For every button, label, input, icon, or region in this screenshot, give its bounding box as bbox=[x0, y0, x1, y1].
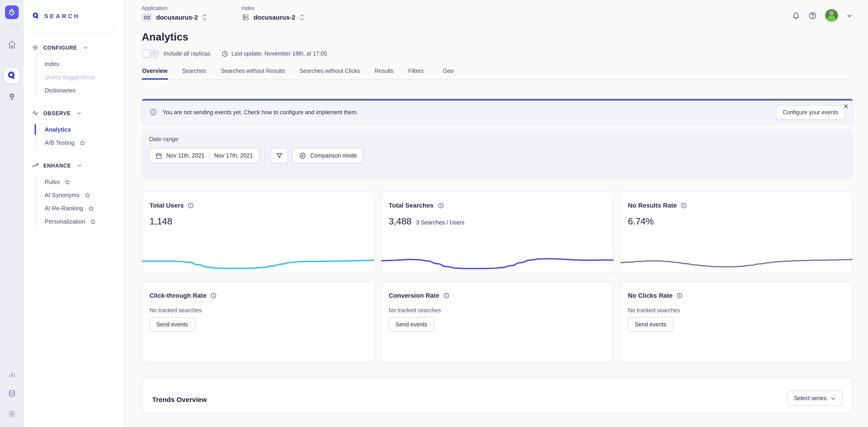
total-users-card: Total Users 1,148 bbox=[142, 191, 375, 274]
info-icon[interactable] bbox=[210, 292, 217, 299]
click-through-rate-card: Click-through Rate No tracked searches S… bbox=[142, 281, 375, 363]
help-icon[interactable] bbox=[808, 11, 817, 20]
search-logo-icon bbox=[32, 12, 40, 20]
send-events-button[interactable]: Send events bbox=[389, 317, 434, 332]
star-icon bbox=[84, 192, 90, 198]
sidebar-section-observe: OBSERVE Analytics A/B Testing bbox=[32, 110, 117, 150]
total-searches-sparkline bbox=[381, 242, 613, 271]
chevron-down-icon bbox=[76, 163, 83, 168]
tab-searches-without-results[interactable]: Searches without Results bbox=[220, 66, 285, 79]
account-chevron-down-icon[interactable] bbox=[846, 12, 853, 19]
sidebar-item-dictionaries[interactable]: Dictionaries bbox=[35, 84, 117, 97]
sidebar-item-rules[interactable]: Rules bbox=[35, 175, 117, 189]
sidebar-logo: SEARCH bbox=[32, 0, 117, 32]
sidebar-item-query-suggestions[interactable]: Query Suggestions bbox=[35, 71, 117, 84]
timer-logo-icon[interactable] bbox=[5, 5, 19, 19]
filter-funnel-button[interactable] bbox=[271, 148, 288, 163]
activity-icon bbox=[32, 110, 39, 117]
card-title: No Results Rate bbox=[628, 202, 677, 209]
tab-overview[interactable]: Overview bbox=[142, 66, 168, 79]
application-badge: D2 bbox=[142, 13, 152, 22]
include-replicas-toggle[interactable]: ✕ bbox=[142, 49, 159, 58]
total-searches-card: Total Searches 3,488 3 Searches / Users bbox=[381, 191, 614, 274]
application-select[interactable]: D2 docusaurus-2 bbox=[142, 13, 208, 22]
star-icon bbox=[64, 179, 71, 185]
conversion-rate-card: Conversion Rate No tracked searches Send… bbox=[381, 281, 614, 363]
info-icon[interactable] bbox=[437, 202, 444, 209]
star-icon bbox=[90, 218, 96, 225]
home-icon[interactable] bbox=[5, 38, 19, 52]
comparison-mode-button[interactable]: Comparison mode bbox=[292, 148, 363, 163]
card-title: Conversion Rate bbox=[389, 292, 439, 299]
application-label: Application bbox=[142, 5, 208, 11]
sidebar: SEARCH CONFIGURE Index Query Suggestions… bbox=[24, 0, 125, 427]
select-series-button[interactable]: Select series bbox=[787, 391, 842, 406]
chevron-down-icon bbox=[83, 44, 89, 51]
trends-title: Trends Overview bbox=[152, 395, 207, 403]
card-title: Total Searches bbox=[389, 202, 434, 209]
chevron-down-icon bbox=[76, 110, 82, 116]
tab-searches[interactable]: Searches bbox=[182, 66, 207, 79]
section-enhance-header[interactable]: ENHANCE bbox=[32, 162, 117, 169]
analytics-tabs: Overview Searches Searches without Resul… bbox=[142, 66, 853, 80]
comparison-mode-label: Comparison mode bbox=[310, 153, 357, 159]
sidebar-item-ai-synonyms[interactable]: AI Synonyms bbox=[35, 189, 117, 202]
date-from: Nov 11th, 2021 bbox=[166, 153, 205, 159]
configure-events-button[interactable]: Configure your events bbox=[776, 105, 845, 120]
date-range-label: Date range bbox=[149, 136, 846, 142]
sidebar-item-index[interactable]: Index bbox=[35, 57, 117, 71]
section-observe-header[interactable]: OBSERVE bbox=[32, 110, 117, 117]
notifications-bell-icon[interactable] bbox=[792, 11, 800, 20]
application-value: docusaurus-2 bbox=[156, 14, 198, 21]
database-icon[interactable] bbox=[5, 387, 19, 401]
card-title: Total Users bbox=[150, 202, 184, 209]
date-range-button[interactable]: Nov 11th, 2021 | Nov 17th, 2021 bbox=[149, 148, 259, 163]
date-to: Nov 17th, 2021 bbox=[214, 153, 253, 159]
sidebar-item-ai-reranking[interactable]: AI Re-Ranking bbox=[35, 202, 117, 215]
icon-rail bbox=[0, 0, 24, 427]
section-configure-header[interactable]: CONFIGURE bbox=[32, 44, 117, 51]
info-icon[interactable] bbox=[187, 202, 194, 209]
total-users-value: 1,148 bbox=[150, 216, 172, 227]
no-results-rate-sparkline bbox=[621, 242, 852, 271]
search-product-icon[interactable] bbox=[4, 68, 20, 83]
no-results-rate-value: 6.74% bbox=[628, 216, 654, 227]
total-users-sparkline bbox=[142, 242, 374, 271]
bar-chart-icon[interactable] bbox=[5, 367, 19, 381]
index-label: Index bbox=[242, 5, 306, 11]
application-selector: Application D2 docusaurus-2 bbox=[142, 5, 208, 22]
tab-filters[interactable]: Filters bbox=[408, 66, 424, 79]
last-update: Last update: November 18th, at 17:05 bbox=[221, 50, 327, 57]
filter-divider bbox=[265, 149, 265, 163]
calendar-icon bbox=[155, 152, 162, 159]
index-select[interactable]: docusaurus-2 bbox=[242, 13, 306, 22]
banner-close-icon[interactable]: ✕ bbox=[843, 103, 848, 110]
caret-updown-icon bbox=[299, 13, 305, 22]
top-right-actions bbox=[792, 5, 853, 22]
caret-updown-icon bbox=[202, 13, 208, 22]
info-icon[interactable] bbox=[676, 292, 683, 299]
top-bar: Application D2 docusaurus-2 Index docusa… bbox=[142, 0, 853, 22]
info-icon[interactable] bbox=[681, 202, 687, 209]
info-icon[interactable] bbox=[443, 292, 450, 299]
user-avatar[interactable] bbox=[825, 9, 838, 22]
index-selector: Index docusaurus-2 bbox=[242, 5, 306, 22]
banner-message: You are not sending events yet. Check ho… bbox=[163, 109, 358, 116]
tab-results[interactable]: Results bbox=[374, 66, 394, 79]
send-events-button[interactable]: Send events bbox=[628, 317, 673, 332]
metric-cards-row-2: Click-through Rate No tracked searches S… bbox=[142, 281, 853, 363]
send-events-button[interactable]: Send events bbox=[150, 317, 195, 332]
sidebar-item-analytics[interactable]: Analytics bbox=[35, 123, 117, 136]
rail-divider bbox=[6, 26, 18, 26]
chevron-down-icon bbox=[830, 395, 836, 401]
index-value: docusaurus-2 bbox=[254, 14, 296, 21]
sidebar-item-ab-testing[interactable]: A/B Testing bbox=[35, 136, 117, 149]
tab-geo[interactable]: Geo bbox=[442, 66, 454, 79]
sidebar-item-personalization[interactable]: Personalization bbox=[35, 215, 117, 228]
recommend-bulb-icon[interactable] bbox=[5, 90, 19, 103]
metric-cards-row-1: Total Users 1,148 Total Searches 3,488 3… bbox=[142, 191, 853, 274]
star-icon bbox=[79, 139, 86, 146]
page-meta-row: ✕ Include all replicas Last update: Nove… bbox=[142, 49, 853, 58]
settings-gear-icon[interactable] bbox=[5, 407, 19, 421]
tab-searches-without-clicks[interactable]: Searches without Clicks bbox=[299, 66, 361, 79]
